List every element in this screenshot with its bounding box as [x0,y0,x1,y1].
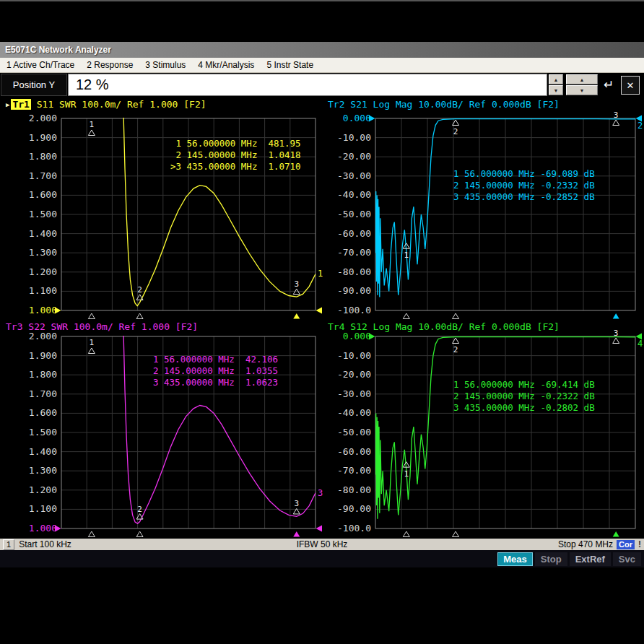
status-extref[interactable]: ExtRef [570,552,611,566]
status-stop[interactable]: Stop [535,552,567,566]
trace-line [123,317,316,523]
menubar: 1 Active Ch/Trace 2 Response 3 Stimulus … [0,58,644,73]
plot-area[interactable]: 1231 [0,97,322,318]
status-svc[interactable]: Svc [613,552,641,566]
ref-level-arrow-left [55,526,61,532]
marker-axis-indicator [403,313,409,319]
graph-tr2-s21-logmag: Tr2 S21 Log Mag 10.00dB/ Ref 0.000dB [F2… [322,97,644,318]
ref-level-arrow-right [316,308,323,314]
trace-number-label: 4 [638,339,643,349]
menu-mkr-analysis[interactable]: 4 Mkr/Analysis [198,60,254,70]
close-icon: ✕ [627,80,635,91]
marker-number: 3 [294,279,299,289]
correction-indicator: Cor [617,540,635,549]
plot-area[interactable]: 1234 [322,319,644,540]
marker-axis-indicator [136,531,143,537]
ref-level-arrow-left [55,308,61,314]
marker-symbol[interactable] [88,348,95,354]
marker-axis-indicator [88,313,95,319]
marker-number: 2 [453,127,458,136]
graph-tr1-s11-swr: ▶Tr1 S11 SWR 100.0m/ Ref 1.000 [F2] 2.00… [0,97,322,318]
marker-symbol[interactable] [88,130,95,136]
plot-area[interactable]: 1233 [0,319,322,540]
sweep-stop-label: Stop 470 MHz [558,539,613,549]
marker-readout: 1 56.000000 MHz 481.95 2 145.00000 MHz 1… [170,138,301,173]
spinner-down-icon[interactable]: ▼ [566,85,598,95]
marker-readout: 1 56.000000 MHz 42.1062 145.00000 MHz 1.… [153,354,278,388]
menu-response[interactable]: 2 Response [87,60,133,70]
marker-number: 3 [614,110,619,120]
marker-number: 2 [137,285,142,295]
plot-area[interactable]: 1232 [322,97,644,318]
ref-level-arrow-left [369,334,375,340]
alert-indicator: ! [638,539,641,549]
menu-instr-state[interactable]: 5 Instr State [266,60,313,70]
marker-axis-indicator [453,313,459,319]
marker-symbol[interactable] [613,120,619,126]
marker-number: 2 [453,345,458,354]
marker-axis-indicator [88,531,95,537]
marker-number: 1 [90,338,95,347]
position-y-button[interactable]: Position Y [1,74,67,96]
position-y-input[interactable]: 12 % [68,74,547,96]
active-marker-axis-indicator [613,313,619,319]
instrument-status-bar: Meas Stop ExtRef Svc [0,550,644,567]
active-marker-axis-indicator [293,313,300,319]
channel-display: ▶Tr1 S11 SWR 100.0m/ Ref 1.000 [F2] 2.00… [0,97,644,539]
channel-indicator: 1 [3,539,14,550]
status-meas[interactable]: Meas [497,552,533,566]
trace-line [123,99,316,305]
spinner-up-icon[interactable]: ▲ [566,74,598,84]
statusbar: 1 Start 100 kHz IFBW 50 kHz Stop 470 MHz… [0,539,644,550]
marker-readout: 1 56.000000 MHz -69.414 dB2 145.00000 MH… [453,379,595,414]
marker-number: 1 [90,120,95,129]
close-entry-button[interactable]: ✕ [621,76,640,95]
ifbw-label: IFBW 50 kHz [297,539,348,549]
value-spinner-large: ▲ ▼ [566,74,598,95]
statusbar-left: 1 Start 100 kHz [3,539,297,550]
marker-readout: 1 56.000000 MHz -69.089 dB2 145.00000 MH… [453,168,595,203]
marker-number: 3 [614,328,619,338]
sweep-start-label: Start 100 kHz [19,539,71,549]
marker-number: 2 [137,505,142,514]
trace-number-label: 2 [638,121,643,131]
entry-toolbar: Position Y 12 % ▲ ▼ ▲ ▼ ↵ ✕ [0,73,644,97]
marker-number: 3 [294,499,299,508]
marker-axis-indicator [403,531,409,537]
desktop: E5071C Network Analyzer 1 Active Ch/Trac… [0,0,644,644]
ref-level-arrow-right [316,526,323,532]
statusbar-center: IFBW 50 kHz [297,539,348,549]
app-window: E5071C Network Analyzer 1 Active Ch/Trac… [0,42,644,567]
marker-number: 1 [404,469,409,479]
marker-number: 1 [404,251,409,260]
marker-axis-indicator [453,531,459,537]
graph-tr4-s12-logmag: Tr4 S12 Log Mag 10.00dB/ Ref 0.000dB [F2… [322,319,644,540]
statusbar-right: Stop 470 MHz Cor ! [347,539,641,549]
window-titlebar[interactable]: E5071C Network Analyzer [0,42,644,58]
ref-level-arrow-left [369,116,375,122]
window-title: E5071C Network Analyzer [5,45,111,55]
marker-symbol[interactable] [613,338,619,344]
spinner-down-icon[interactable]: ▼ [549,85,563,95]
marker-axis-indicator [136,313,143,319]
graph-tr3-s22-swr: Tr3 S22 SWR 100.0m/ Ref 1.000 [F2] 2.000… [0,319,322,540]
value-spinner: ▲ ▼ [549,74,563,95]
active-marker-axis-indicator [293,531,300,537]
spinner-up-icon[interactable]: ▲ [549,74,563,84]
menu-stimulus[interactable]: 3 Stimulus [145,60,186,70]
enter-icon: ↵ [604,77,614,92]
active-marker-axis-indicator [613,531,619,537]
menu-active-ch-trace[interactable]: 1 Active Ch/Trace [6,60,74,70]
enter-button[interactable]: ↵ [599,73,618,97]
background-strip [0,0,644,1]
